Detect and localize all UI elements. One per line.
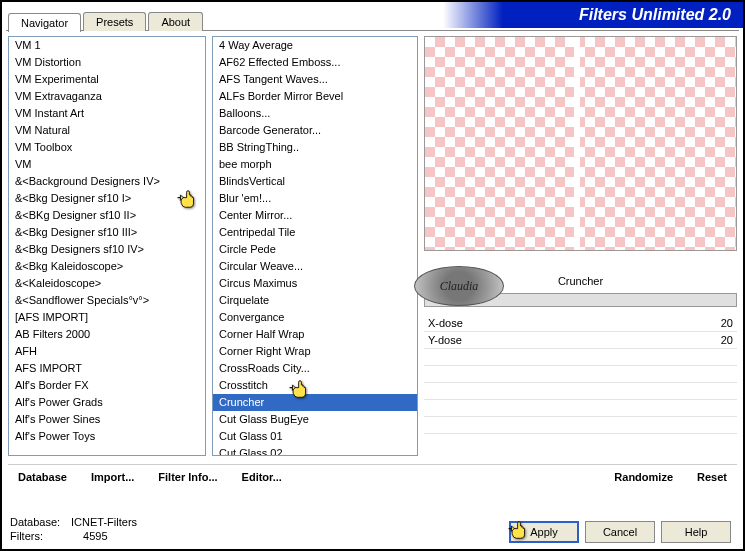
list-item[interactable]: &<Bkg Designer sf10 III> <box>9 224 205 241</box>
parameter-row[interactable]: X-dose20 <box>424 315 737 332</box>
list-item[interactable]: AFS Tangent Waves... <box>213 71 417 88</box>
cancel-button[interactable]: Cancel <box>585 521 655 543</box>
preview-area <box>424 36 737 251</box>
list-item[interactable]: Centripedal Tile <box>213 224 417 241</box>
database-button[interactable]: Database <box>18 471 67 483</box>
list-item[interactable]: Alf's Border FX <box>9 377 205 394</box>
filters-label: Filters: <box>10 529 68 543</box>
list-item[interactable]: AF62 Effected Emboss... <box>213 54 417 71</box>
editor-button[interactable]: Editor... <box>242 471 282 483</box>
list-item[interactable]: Cirquelate <box>213 292 417 309</box>
list-item[interactable]: Corner Half Wrap <box>213 326 417 343</box>
parameter-row[interactable]: Y-dose20 <box>424 332 737 349</box>
list-item[interactable]: VM Distortion <box>9 54 205 71</box>
list-item[interactable]: Balloons... <box>213 105 417 122</box>
app-title: Filters Unlimited 2.0 <box>443 2 743 28</box>
list-item[interactable]: Barcode Generator... <box>213 122 417 139</box>
list-item[interactable]: Cut Glass 01 <box>213 428 417 445</box>
list-item[interactable]: Corner Right Wrap <box>213 343 417 360</box>
import-button[interactable]: Import... <box>91 471 134 483</box>
list-item[interactable]: VM Natural <box>9 122 205 139</box>
list-item[interactable]: Alf's Power Toys <box>9 428 205 445</box>
list-item[interactable]: Crosstitch <box>213 377 417 394</box>
list-item[interactable]: Alf's Power Sines <box>9 411 205 428</box>
list-item[interactable]: &<BKg Designer sf10 II> <box>9 207 205 224</box>
parameter-row-empty <box>424 366 737 383</box>
tab-presets[interactable]: Presets <box>83 12 146 31</box>
list-item[interactable]: AB Filters 2000 <box>9 326 205 343</box>
list-item[interactable]: Alf's Power Grads <box>9 394 205 411</box>
tab-about[interactable]: About <box>148 12 203 31</box>
filter-info-button[interactable]: Filter Info... <box>158 471 217 483</box>
list-item[interactable]: AFS IMPORT <box>9 360 205 377</box>
main-area: VM 1VM DistortionVM ExperimentalVM Extra… <box>8 36 737 489</box>
list-item[interactable]: Cut Glass BugEye <box>213 411 417 428</box>
parameter-row-empty <box>424 417 737 434</box>
filters-value: 4595 <box>71 530 107 542</box>
tab-navigator[interactable]: Navigator <box>8 13 81 32</box>
list-item[interactable]: &<Bkg Kaleidoscope> <box>9 258 205 275</box>
list-item[interactable]: VM Instant Art <box>9 105 205 122</box>
list-item[interactable]: AFH <box>9 343 205 360</box>
list-item[interactable]: CrossRoads City... <box>213 360 417 377</box>
list-item[interactable]: BB StringThing.. <box>213 139 417 156</box>
randomize-button[interactable]: Randomize <box>614 471 673 483</box>
list-item[interactable]: &<Background Designers IV> <box>9 173 205 190</box>
database-value: ICNET-Filters <box>71 516 137 528</box>
list-item[interactable]: bee morph <box>213 156 417 173</box>
list-item[interactable]: &<Bkg Designers sf10 IV> <box>9 241 205 258</box>
list-item[interactable]: ALFs Border Mirror Bevel <box>213 88 417 105</box>
param-name: Y-dose <box>428 334 462 346</box>
parameter-row-empty <box>424 400 737 417</box>
tab-bar: Navigator Presets About <box>8 12 205 31</box>
list-item[interactable]: &<Sandflower Specials°v°> <box>9 292 205 309</box>
list-item[interactable]: [AFS IMPORT] <box>9 309 205 326</box>
list-item[interactable]: BlindsVertical <box>213 173 417 190</box>
list-item[interactable]: VM Experimental <box>9 71 205 88</box>
right-panel: Claudia Cruncher X-dose20Y-dose20 <box>424 36 737 489</box>
param-name: X-dose <box>428 317 463 329</box>
param-value: 20 <box>721 317 733 329</box>
parameters-panel: X-dose20Y-dose20 <box>424 315 737 434</box>
list-item[interactable]: &<Bkg Designer sf10 I> <box>9 190 205 207</box>
watermark-badge: Claudia <box>414 266 504 306</box>
list-item[interactable]: Blur 'em!... <box>213 190 417 207</box>
category-list[interactable]: VM 1VM DistortionVM ExperimentalVM Extra… <box>8 36 206 456</box>
list-item[interactable]: Cut Glass 02 <box>213 445 417 456</box>
list-item[interactable]: VM <box>9 156 205 173</box>
help-button[interactable]: Help <box>661 521 731 543</box>
list-item[interactable]: 4 Way Average <box>213 37 417 54</box>
list-item[interactable]: Cruncher <box>213 394 417 411</box>
database-label: Database: <box>10 515 68 529</box>
list-item[interactable]: Circus Maximus <box>213 275 417 292</box>
toolbar: Database Import... Filter Info... Editor… <box>8 464 737 489</box>
parameter-row-empty <box>424 349 737 366</box>
parameter-row-empty <box>424 383 737 400</box>
list-item[interactable]: Center Mirror... <box>213 207 417 224</box>
list-item[interactable]: Convergance <box>213 309 417 326</box>
reset-button[interactable]: Reset <box>697 471 727 483</box>
list-item[interactable]: VM Extravaganza <box>9 88 205 105</box>
filter-list[interactable]: 4 Way AverageAF62 Effected Emboss...AFS … <box>212 36 418 456</box>
list-item[interactable]: VM 1 <box>9 37 205 54</box>
footer: Database: ICNET-Filters Filters: 4595 Ap… <box>10 515 735 543</box>
list-item[interactable]: VM Toolbox <box>9 139 205 156</box>
param-value: 20 <box>721 334 733 346</box>
list-item[interactable]: Circle Pede <box>213 241 417 258</box>
list-item[interactable]: &<Kaleidoscope> <box>9 275 205 292</box>
list-item[interactable]: Circular Weave... <box>213 258 417 275</box>
footer-buttons: Apply Cancel Help <box>509 521 731 543</box>
apply-button[interactable]: Apply <box>509 521 579 543</box>
